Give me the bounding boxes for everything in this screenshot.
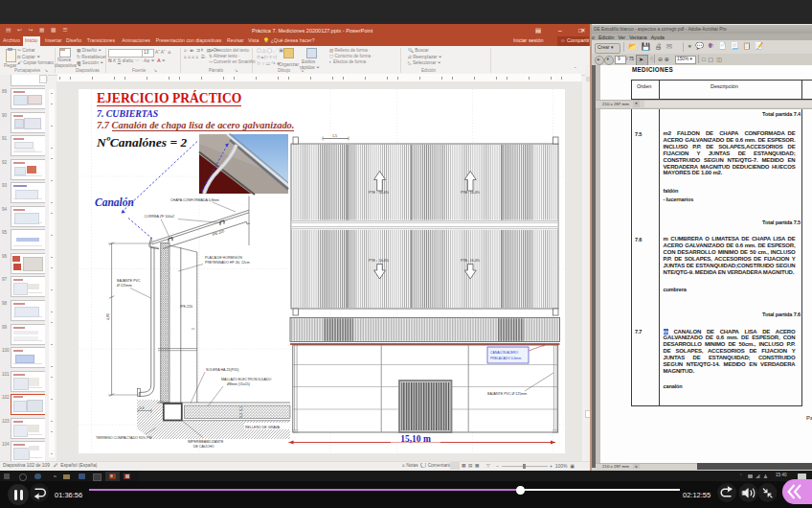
svg-text:PLACA DE HORMIGÓN: PLACA DE HORMIGÓN [205,255,242,260]
svg-text:CORREA ZF 100x2: CORREA ZF 100x2 [145,215,174,219]
svg-text:PTE ↓ 14,6%: PTE ↓ 14,6% [369,259,390,263]
svg-text:CANALÓN ACERO: CANALÓN ACERO [490,350,519,355]
svg-text:1,5: 1,5 [332,134,337,138]
svg-text:CHAPA CONFORMADA 0,8mm: CHAPA CONFORMADA 0,8mm [170,198,219,202]
svg-text:15,10 m: 15,10 m [400,434,431,444]
svg-text:5: 5 [192,328,195,330]
svg-text:0,4: 0,4 [140,406,145,410]
svg-text:Ø 125mm: Ø 125mm [117,284,132,288]
svg-text:PRETENSADO HP-30, 12cm: PRETENSADO HP-30, 12cm [205,261,250,265]
svg-text:PTE↑ 16,4%: PTE↑ 16,4% [461,191,481,195]
svg-text:BAJANTE PVC: BAJANTE PVC [117,279,141,283]
svg-text:TERRENO COMPACTADO 95% PM: TERRENO COMPACTADO 95% PM [96,436,151,440]
svg-text:IPE-220: IPE-220 [212,229,225,237]
svg-text:MALLAZO ELECTROSOLDADO: MALLAZO ELECTROSOLDADO [221,378,272,381]
svg-text:DE CAUCHO: DE CAUCHO [193,445,214,449]
svg-text:IPE-220: IPE-220 [180,305,192,309]
svg-text:IMPERMEABILIZANTE: IMPERMEABILIZANTE [188,440,224,444]
svg-text:SOLERA HA-25(P05): SOLERA HA-25(P05) [206,368,238,372]
svg-text:BAJANTE PVC Ø 125mm: BAJANTE PVC Ø 125mm [487,392,527,396]
svg-text:PTE↓ 16,4%: PTE↓ 16,4% [461,259,481,263]
svg-text:0,1: 0,1 [239,406,243,411]
svg-text:0,3: 0,3 [239,413,243,418]
svg-text:RELLENO DE GRAVA: RELLENO DE GRAVA [245,426,280,429]
svg-text:Ø8mm (15x15): Ø8mm (15x15) [227,382,250,386]
svg-text:PTE ↑ 14,6%: PTE ↑ 14,6% [369,191,390,195]
svg-text:PRELACADO 0,6mm: PRELACADO 0,6mm [490,357,521,360]
svg-text:4,80: 4,80 [106,313,110,320]
